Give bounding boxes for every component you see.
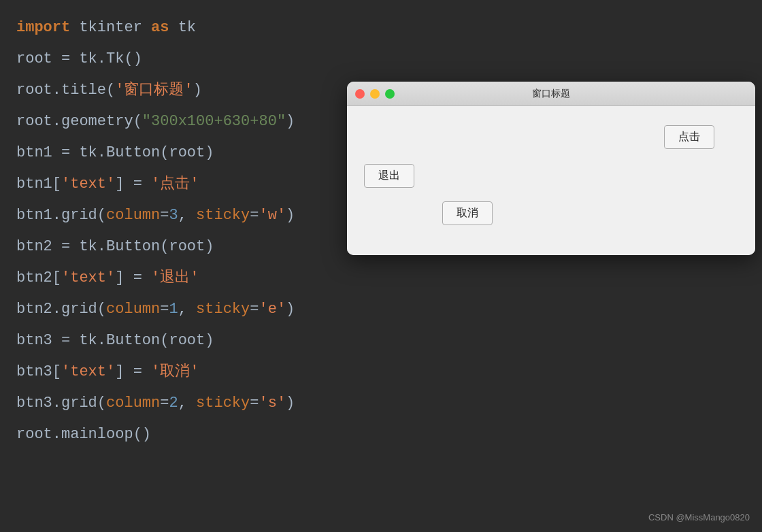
code-line: btn3 = tk.Button(root) — [16, 325, 746, 356]
window-titlebar: 窗口标题 — [347, 82, 755, 106]
code-line: btn3['text'] = '取消' — [16, 356, 746, 388]
code-line: btn2.grid(column=1, sticky='e') — [16, 294, 746, 325]
titlebar-buttons — [355, 89, 395, 99]
code-line: root.mainloop() — [16, 419, 746, 450]
close-button[interactable] — [355, 89, 365, 99]
code-line: btn3.grid(column=2, sticky='s') — [16, 388, 746, 419]
code-line: import tkinter as tk — [16, 12, 746, 44]
quit-button[interactable]: 退出 — [364, 164, 414, 188]
maximize-button[interactable] — [385, 89, 395, 99]
click-button[interactable]: 点击 — [664, 125, 714, 149]
preview-window: 窗口标题 点击 退出 取消 — [347, 82, 755, 255]
minimize-button[interactable] — [370, 89, 380, 99]
code-line: root = tk.Tk() — [16, 44, 746, 75]
watermark: CSDN @MissMango0820 — [648, 512, 750, 522]
window-content: 点击 退出 取消 — [347, 106, 755, 255]
code-area: import tkinter as tkroot = tk.Tk()root.t… — [0, 0, 762, 532]
code-line: btn2['text'] = '退出' — [16, 263, 746, 294]
window-title: 窗口标题 — [532, 88, 570, 100]
cancel-button[interactable]: 取消 — [442, 201, 493, 225]
